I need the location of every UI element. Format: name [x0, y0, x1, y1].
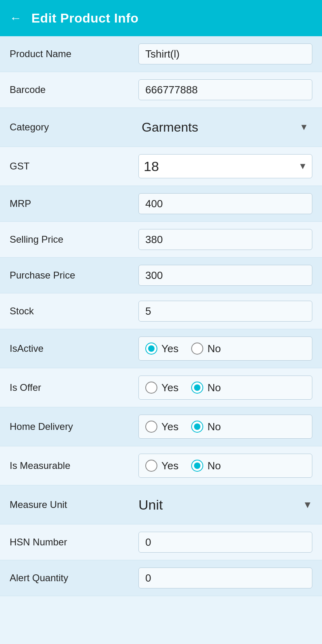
gst-dropdown-arrow-icon: ▼	[298, 161, 307, 171]
is-active-radio-group: Yes No	[138, 336, 312, 361]
product-name-row: Product Name	[0, 36, 322, 72]
is-active-no-label: No	[207, 343, 221, 355]
selling-price-input[interactable]	[138, 229, 312, 250]
gst-row: GST 18 ▼	[0, 147, 322, 186]
gst-value: 18	[144, 159, 298, 174]
is-active-yes-option[interactable]: Yes	[145, 343, 178, 355]
category-dropdown-wrapper: Garments Electronics Food Other ▼	[138, 115, 312, 139]
home-delivery-yes-option[interactable]: Yes	[145, 421, 178, 433]
home-delivery-yes-radio[interactable]	[145, 421, 157, 433]
home-delivery-no-label: No	[207, 421, 221, 433]
is-measurable-no-radio-inner	[194, 462, 200, 469]
is-offer-no-label: No	[207, 382, 221, 394]
hsn-number-label: HSN Number	[10, 537, 138, 548]
stock-input[interactable]	[138, 301, 312, 322]
home-delivery-no-option[interactable]: No	[191, 421, 221, 433]
selling-price-label: Selling Price	[10, 234, 138, 245]
back-button[interactable]: ←	[10, 11, 22, 25]
is-measurable-yes-option[interactable]: Yes	[145, 460, 178, 472]
product-name-label: Product Name	[10, 48, 138, 60]
alert-quantity-label: Alert Quantity	[10, 572, 138, 584]
category-row: Category Garments Electronics Food Other…	[0, 108, 322, 147]
barcode-input[interactable]	[138, 79, 312, 100]
is-offer-yes-label: Yes	[161, 382, 178, 394]
purchase-price-row: Purchase Price	[0, 258, 322, 293]
is-offer-radio-group: Yes No	[138, 376, 312, 400]
mrp-row: MRP	[0, 186, 322, 222]
is-measurable-yes-label: Yes	[161, 460, 178, 472]
purchase-price-input[interactable]	[138, 265, 312, 286]
is-offer-yes-radio[interactable]	[145, 382, 157, 394]
is-measurable-no-radio[interactable]	[191, 460, 203, 472]
measure-unit-select[interactable]: Unit Kg Liter Meter Piece	[138, 493, 319, 517]
selling-price-row: Selling Price	[0, 222, 322, 258]
measure-unit-label: Measure Unit	[10, 499, 138, 510]
barcode-label: Barcode	[10, 84, 138, 95]
category-select[interactable]: Garments Electronics Food Other	[138, 115, 312, 139]
gst-dropdown-wrapper[interactable]: 18 ▼	[138, 154, 312, 178]
page-title: Edit Product Info	[31, 11, 138, 26]
app-header: ← Edit Product Info	[0, 0, 322, 36]
gst-label: GST	[10, 161, 138, 172]
home-delivery-row: Home Delivery Yes No	[0, 407, 322, 446]
home-delivery-no-radio-inner	[194, 423, 200, 430]
measure-unit-row: Measure Unit Unit Kg Liter Meter Piece ▼	[0, 485, 322, 524]
stock-row: Stock	[0, 293, 322, 329]
is-active-label: IsActive	[10, 343, 138, 354]
is-offer-row: Is Offer Yes No	[0, 368, 322, 407]
is-offer-no-option[interactable]: No	[191, 382, 221, 394]
is-active-yes-radio[interactable]	[145, 343, 157, 355]
barcode-row: Barcode	[0, 72, 322, 108]
hsn-number-input[interactable]	[138, 532, 312, 553]
edit-product-form: Product Name Barcode Category Garments E…	[0, 36, 322, 596]
is-measurable-yes-radio[interactable]	[145, 460, 157, 472]
mrp-input[interactable]	[138, 193, 312, 214]
is-measurable-label: Is Measurable	[10, 460, 138, 471]
home-delivery-yes-label: Yes	[161, 421, 178, 433]
is-offer-no-radio[interactable]	[191, 382, 203, 394]
purchase-price-label: Purchase Price	[10, 270, 138, 281]
is-active-row: IsActive Yes No	[0, 329, 322, 368]
measure-unit-dropdown-wrapper: Unit Kg Liter Meter Piece ▼	[138, 493, 312, 517]
is-measurable-row: Is Measurable Yes No	[0, 446, 322, 485]
is-offer-no-radio-inner	[194, 384, 200, 391]
is-offer-label: Is Offer	[10, 382, 138, 393]
is-measurable-no-option[interactable]: No	[191, 460, 221, 472]
is-active-no-option[interactable]: No	[191, 343, 221, 355]
alert-quantity-row: Alert Quantity	[0, 560, 322, 596]
hsn-number-row: HSN Number	[0, 524, 322, 560]
is-active-yes-radio-inner	[148, 345, 155, 352]
is-offer-yes-option[interactable]: Yes	[145, 382, 178, 394]
home-delivery-no-radio[interactable]	[191, 421, 203, 433]
home-delivery-label: Home Delivery	[10, 421, 138, 432]
category-label: Category	[10, 122, 138, 133]
alert-quantity-input[interactable]	[138, 568, 312, 588]
is-measurable-radio-group: Yes No	[138, 454, 312, 478]
is-measurable-no-label: No	[207, 460, 221, 472]
is-active-yes-label: Yes	[161, 343, 178, 355]
mrp-label: MRP	[10, 198, 138, 209]
is-active-no-radio[interactable]	[191, 343, 203, 355]
product-name-input[interactable]	[138, 43, 312, 64]
home-delivery-radio-group: Yes No	[138, 415, 312, 439]
stock-label: Stock	[10, 305, 138, 317]
